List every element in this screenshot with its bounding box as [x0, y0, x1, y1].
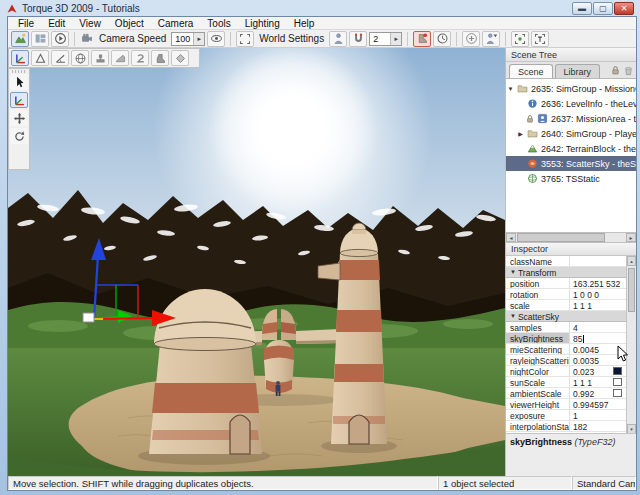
- lock-icon[interactable]: [610, 65, 621, 76]
- camera-speed-label: Camera Speed: [99, 33, 166, 44]
- inspector-row-rotation: rotation1 0 0 0: [506, 289, 636, 300]
- minimize-button[interactable]: ▬: [572, 2, 592, 15]
- trash-icon[interactable]: [623, 65, 634, 76]
- tsstatic-icon: [527, 173, 538, 184]
- tab-library[interactable]: Library: [555, 64, 601, 78]
- select-tool-button[interactable]: [10, 74, 28, 90]
- camera-speed-arrow-icon[interactable]: ▸: [193, 33, 204, 45]
- inspector-row-interpolationStart: interpolationStart182: [506, 421, 636, 432]
- camera-speed-value: 100: [172, 34, 193, 44]
- move-tool-button[interactable]: [10, 110, 28, 126]
- expander-icon[interactable]: ▶: [516, 130, 525, 137]
- visibility-button[interactable]: [207, 31, 225, 47]
- lower-tool-icon: [154, 52, 167, 65]
- field-label: exposure: [506, 410, 570, 420]
- gizmo-origin-handle[interactable]: [83, 313, 94, 322]
- torque-editor-window: { "window": { "title": "Torque 3D 2009 -…: [0, 0, 640, 495]
- section-collapse-icon[interactable]: ▼: [506, 311, 518, 321]
- tree-item-2640[interactable]: ▶2640: SimGroup - PlayerDropP: [506, 126, 636, 141]
- player-button[interactable]: [329, 31, 347, 47]
- gizmo-tool-button[interactable]: [10, 92, 28, 108]
- tree-item-2635[interactable]: ▼2635: SimGroup - MissionGroup: [506, 81, 636, 96]
- close-button[interactable]: ✕: [614, 2, 634, 15]
- lower-tool-button[interactable]: [151, 50, 169, 66]
- scroll-left-icon[interactable]: ◂: [506, 233, 516, 242]
- text-tool-button[interactable]: [531, 31, 549, 47]
- terrain-editor-button[interactable]: [31, 50, 49, 66]
- tree-item-label: 2636: LevelInfo - theLevelInfo: [541, 99, 636, 109]
- time-button[interactable]: [433, 31, 451, 47]
- scrollbar-thumb[interactable]: [628, 268, 635, 312]
- menu-lighting[interactable]: Lighting: [239, 17, 286, 30]
- scene-settings-button[interactable]: [11, 31, 29, 47]
- tree-item-label: 2642: TerrainBlock - theTerrain: [541, 144, 636, 154]
- frame-object-button[interactable]: [511, 31, 529, 47]
- snap-size-dropdown[interactable]: 2 ▸: [369, 32, 402, 46]
- drop-player-button[interactable]: [482, 31, 500, 47]
- menu-object[interactable]: Object: [109, 17, 150, 30]
- angle-tool-button[interactable]: [51, 50, 69, 66]
- camera-speed-dropdown[interactable]: 100 ▸: [171, 32, 205, 46]
- scattersky-icon: [527, 158, 538, 169]
- flatten-tool-button[interactable]: [171, 50, 189, 66]
- stamp-tool-button[interactable]: [91, 50, 109, 66]
- menu-help[interactable]: Help: [288, 17, 321, 30]
- title-bar[interactable]: Torque 3D 2009 - Tutorials ▬ ▢ ✕: [0, 0, 640, 17]
- field-label: className: [506, 256, 570, 266]
- terrain-painter-button[interactable]: [71, 50, 89, 66]
- maximize-button[interactable]: ▢: [593, 2, 613, 15]
- inspector-section-scattersky[interactable]: ▼ScatterSky: [506, 311, 636, 322]
- tree-item-2637[interactable]: 2637: MissionArea - theMis: [506, 111, 636, 126]
- color-swatch[interactable]: [613, 389, 622, 397]
- clock-icon: [436, 32, 449, 45]
- tab-scene[interactable]: Scene: [509, 64, 553, 78]
- play-button[interactable]: [51, 31, 69, 47]
- menu-view[interactable]: View: [73, 17, 107, 30]
- snap-button[interactable]: [349, 31, 367, 47]
- scroll-down-icon[interactable]: ▾: [627, 424, 636, 434]
- field-label: rayleighScattering: [506, 355, 570, 365]
- terrain-brush-button[interactable]: [413, 31, 431, 47]
- menu-camera[interactable]: Camera: [152, 17, 200, 30]
- terrain-icon: [527, 143, 538, 154]
- scroll-right-icon[interactable]: ▸: [626, 233, 636, 242]
- field-label: sunScale: [506, 377, 570, 387]
- color-swatch[interactable]: [613, 367, 622, 375]
- menu-edit[interactable]: Edit: [42, 17, 71, 30]
- tree-item-3765[interactable]: 3765: TSStatic: [506, 171, 636, 186]
- move-icon: [13, 112, 26, 125]
- tree-item-label: 2635: SimGroup - MissionGroup: [531, 84, 636, 94]
- terrain-editor-icon: [34, 52, 47, 65]
- player-icon: [332, 32, 345, 45]
- inspector-row-skyBrightness: skyBrightness85: [506, 333, 636, 344]
- field-label: viewerHeight: [506, 399, 570, 409]
- terrain-painter-icon: [74, 52, 87, 65]
- viewport-3d-scene[interactable]: [8, 48, 505, 476]
- add-object-button[interactable]: [462, 31, 480, 47]
- rotate-tool-button[interactable]: [10, 128, 28, 144]
- snap-size-arrow-icon[interactable]: ▸: [390, 33, 401, 45]
- expander-icon[interactable]: ▼: [506, 86, 515, 92]
- frame-selection-button[interactable]: [236, 31, 254, 47]
- scroll-up-icon[interactable]: ▴: [627, 256, 636, 266]
- tree-item-3553[interactable]: 3553: ScatterSky - theSky: [506, 156, 636, 171]
- section-collapse-icon[interactable]: ▼: [506, 267, 518, 277]
- tree-horizontal-scrollbar[interactable]: ◂ ▸: [506, 233, 636, 243]
- field-info-type: (TypeF32): [575, 437, 616, 447]
- color-swatch[interactable]: [613, 378, 622, 386]
- raise-tool-icon: [134, 52, 147, 65]
- object-editor-button[interactable]: [11, 50, 29, 66]
- smooth-tool-button[interactable]: [111, 50, 129, 66]
- menu-file[interactable]: File: [12, 17, 40, 30]
- scrollbar-thumb[interactable]: [517, 233, 605, 242]
- inspector-section-transform[interactable]: ▼Transform: [506, 267, 636, 278]
- menu-tools[interactable]: Tools: [201, 17, 236, 30]
- layout-button[interactable]: [31, 31, 49, 47]
- tree-item-2636[interactable]: 2636: LevelInfo - theLevelInfo: [506, 96, 636, 111]
- inspector-row-ambientScale: ambientScale0.992: [506, 388, 636, 399]
- raise-tool-button[interactable]: [131, 50, 149, 66]
- scene-tree-list: ▼2635: SimGroup - MissionGroup2636: Leve…: [506, 79, 636, 233]
- levelinfo-icon: [527, 98, 538, 109]
- tree-item-2642[interactable]: 2642: TerrainBlock - theTerrain: [506, 141, 636, 156]
- status-selection: 1 object selected: [438, 476, 572, 490]
